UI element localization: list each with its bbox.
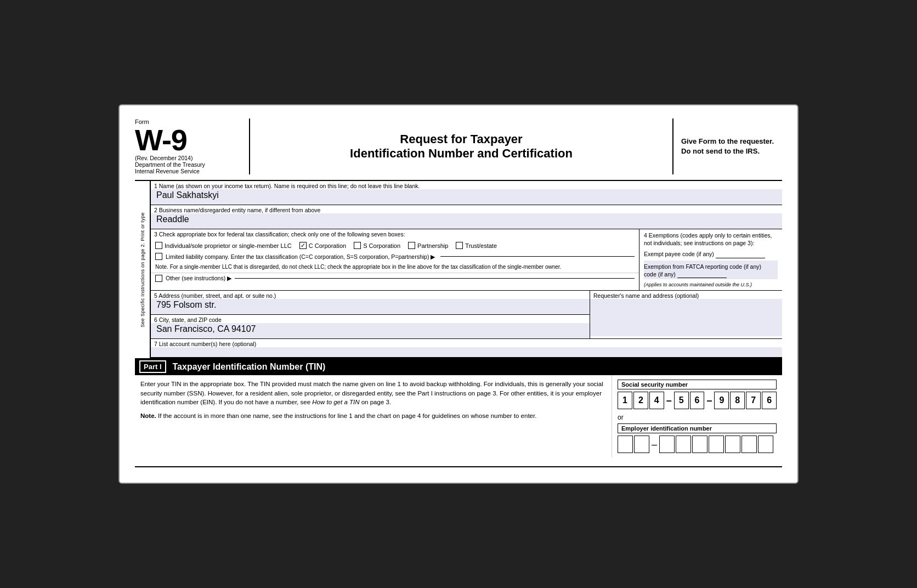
fatca-code-label: code (if any) — [644, 271, 676, 278]
ssn-digit-8[interactable]: 7 — [746, 392, 761, 409]
checkbox-individual-box[interactable] — [155, 242, 162, 249]
or-label: or — [618, 414, 777, 421]
sidebar: See Specific Instructions on page 2. Pri… — [135, 181, 150, 358]
field6-label: 6 City, state, and ZIP code — [151, 315, 590, 323]
checkbox-ccorp-box[interactable]: ✓ — [299, 242, 307, 249]
form-number: W-9 — [135, 123, 187, 156]
part1-tin-area: Social security number 1 2 4 – 5 6 – 9 8… — [612, 375, 782, 457]
checkbox-individual: Individual/sole proprietor or single-mem… — [155, 242, 292, 249]
fatca-applies: (Applies to accounts maintained outside … — [644, 281, 778, 288]
ssn-digit-1[interactable]: 1 — [618, 392, 632, 409]
fatca-label: Exemption from FATCA reporting code (if … — [644, 263, 761, 270]
other-label: Other (see instructions) ▶ — [166, 275, 231, 281]
part1-label: Part I — [139, 360, 166, 373]
part1-note-text: Note. If the account is in more than one… — [140, 411, 606, 421]
header-center: Request for Taxpayer Identification Numb… — [250, 118, 672, 174]
form-body: See Specific Instructions on page 2. Pri… — [135, 181, 782, 358]
ssn-dash-2: – — [705, 395, 713, 406]
field1-label: 1 Name (as shown on your income tax retu… — [151, 181, 782, 189]
field2-label: 2 Business name/disregarded entity name,… — [151, 205, 782, 213]
ein-digit-4[interactable] — [676, 436, 691, 453]
part1-title: Taxpayer Identification Number (TIN) — [173, 362, 326, 372]
checkbox-ccorp: ✓ C Corporation — [299, 242, 346, 249]
llc-classification-line — [440, 256, 635, 257]
part1-header: Part I Taxpayer Identification Number (T… — [135, 358, 782, 375]
field2-row: 2 Business name/disregarded entity name,… — [151, 205, 782, 229]
other-row: Other (see instructions) ▶ — [151, 273, 639, 285]
ein-digit-2[interactable] — [634, 436, 649, 453]
part1-body: Enter your TIN in the appropriate box. T… — [135, 375, 782, 457]
row56: 5 Address (number, street, and apt. or s… — [151, 291, 782, 339]
fatca-input[interactable] — [677, 270, 727, 278]
ssn-digit-7[interactable]: 8 — [730, 392, 745, 409]
field5-area: 5 Address (number, street, and apt. or s… — [151, 291, 590, 338]
llc-label: Limited liability company. Enter the tax… — [166, 253, 435, 260]
checkbox-llc-box[interactable] — [155, 253, 162, 260]
field7-label: 7 List account number(s) here (optional) — [151, 339, 782, 347]
form-w9: Form W-9 (Rev. December 2014) Department… — [118, 104, 799, 484]
ssn-digit-6[interactable]: 9 — [714, 392, 729, 409]
ein-boxes: – — [618, 436, 777, 453]
bottom-line — [135, 466, 782, 470]
field6-row: 6 City, state, and ZIP code San Francisc… — [151, 315, 590, 338]
ssn-boxes: 1 2 4 – 5 6 – 9 8 7 6 — [618, 392, 777, 409]
checkbox-ccorp-label: C Corporation — [309, 242, 346, 249]
form-title-line1: Request for Taxpayer — [261, 132, 661, 146]
field3-area: 3 Check appropriate box for federal tax … — [151, 229, 639, 290]
part1-text-area: Enter your TIN in the appropriate box. T… — [135, 375, 612, 457]
field1-value: Paul Sakhatskyi — [151, 189, 782, 205]
field5-row: 5 Address (number, street, and apt. or s… — [151, 291, 590, 315]
fatca-row: Exemption from FATCA reporting code (if … — [644, 261, 778, 279]
ssn-digit-4[interactable]: 5 — [674, 392, 689, 409]
ein-digit-9[interactable] — [758, 436, 773, 453]
field3-label-text: 3 Check appropriate box for federal tax … — [154, 231, 405, 238]
ssn-label: Social security number — [618, 380, 777, 389]
ein-digit-1[interactable] — [618, 436, 633, 453]
ssn-digit-2[interactable]: 2 — [633, 392, 648, 409]
header-left: Form W-9 (Rev. December 2014) Department… — [135, 118, 250, 174]
ein-digit-3[interactable] — [659, 436, 675, 453]
checkbox-scorp: S Corporation — [354, 242, 400, 249]
checkbox-trust-box[interactable] — [456, 242, 463, 249]
note-row: Note. For a single-member LLC that is di… — [151, 262, 639, 273]
form-dept1: Department of the Treasury — [135, 161, 241, 168]
exempt-payee-label: Exempt payee code (if any) — [644, 251, 714, 257]
checkbox-partnership-box[interactable] — [408, 242, 415, 249]
note-text: Note. For a single-member LLC that is di… — [155, 264, 561, 270]
form-header: Form W-9 (Rev. December 2014) Department… — [135, 118, 782, 181]
checkbox-scorp-box[interactable] — [354, 242, 361, 249]
field5-value: 795 Folsom str. — [151, 299, 590, 314]
ein-digit-8[interactable] — [741, 436, 757, 453]
ein-digit-6[interactable] — [709, 436, 724, 453]
requester-area: Requester's name and address (optional) — [590, 291, 782, 338]
ein-digit-7[interactable] — [725, 436, 740, 453]
other-line — [235, 278, 635, 279]
checkbox-partnership-label: Partnership — [417, 242, 448, 249]
llc-row: Limited liability company. Enter the tax… — [151, 251, 639, 262]
checkbox-individual-label: Individual/sole proprietor or single-mem… — [165, 242, 292, 249]
checkbox-other-box[interactable] — [155, 275, 162, 282]
field6-value: San Francisco, CA 94107 — [151, 323, 590, 338]
field2-value: Readdle — [151, 213, 782, 229]
checkboxes-row: Individual/sole proprietor or single-mem… — [151, 240, 639, 251]
header-instructions: Give Form to the requester. Do not send … — [681, 137, 782, 156]
sidebar-text: See Specific Instructions on page 2. Pri… — [140, 212, 145, 327]
ssn-digit-9[interactable]: 6 — [762, 392, 777, 409]
field7-row: 7 List account number(s) here (optional) — [151, 339, 782, 358]
exempt-payee-input[interactable] — [716, 251, 765, 258]
checkbox-trust-label: Trust/estate — [465, 242, 497, 249]
form-dept2: Internal Revenue Service — [135, 168, 241, 174]
requester-label: Requester's name and address (optional) — [590, 291, 782, 299]
field1-row: 1 Name (as shown on your income tax retu… — [151, 181, 782, 205]
field4-inner: 4 Exemptions (codes apply only to certai… — [639, 229, 782, 290]
ein-label: Employer identification number — [618, 423, 777, 433]
row34: 3 Check appropriate box for federal tax … — [151, 229, 782, 291]
ein-digit-5[interactable] — [692, 436, 707, 453]
ein-dash: – — [650, 439, 658, 450]
form-fields: 1 Name (as shown on your income tax retu… — [150, 181, 782, 358]
checkbox-scorp-label: S Corporation — [363, 242, 400, 249]
ssn-digit-3[interactable]: 4 — [649, 392, 664, 409]
ssn-digit-5[interactable]: 6 — [690, 392, 705, 409]
field4-area: 4 Exemptions (codes apply only to certai… — [639, 229, 782, 290]
field4-label: 4 Exemptions (codes apply only to certai… — [644, 231, 778, 247]
